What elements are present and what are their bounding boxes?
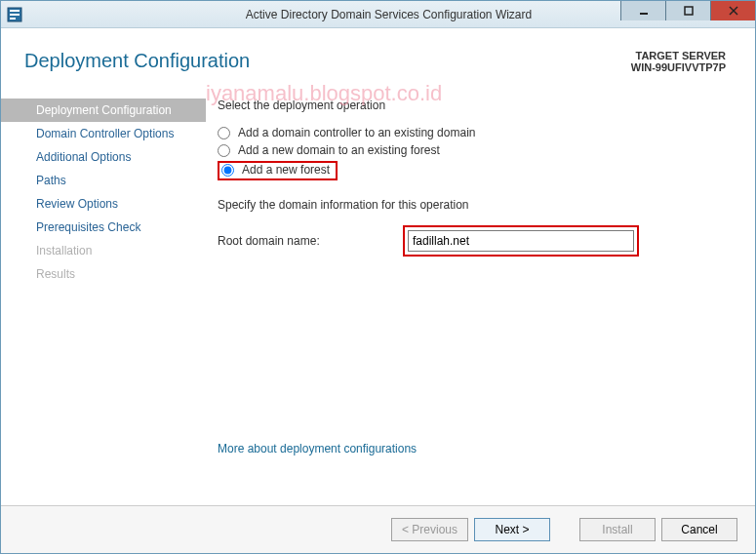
highlight-root-domain-input [403,225,639,257]
highlight-add-new-forest: Add a new forest [218,161,338,180]
header-row: Deployment Configuration TARGET SERVER W… [1,28,755,81]
target-server-info: TARGET SERVER WIN-99UFIVVTP7P [631,50,726,73]
domain-info-label: Specify the domain information for this … [218,198,726,212]
maximize-button[interactable] [665,1,710,20]
titlebar: Active Directory Domain Services Configu… [1,1,755,28]
cancel-button[interactable]: Cancel [661,518,737,541]
radio-label-existing-domain: Add a domain controller to an existing d… [238,126,475,139]
sidebar-item-additional-options[interactable]: Additional Options [1,145,206,169]
body-row: Deployment Configuration Domain Controll… [1,81,755,505]
next-button[interactable]: Next > [474,518,550,541]
target-server-label: TARGET SERVER [631,50,726,61]
more-about-link[interactable]: More about deployment configurations [218,442,417,455]
sidebar-item-paths[interactable]: Paths [1,169,206,192]
svg-rect-5 [685,7,693,15]
radio-label-existing-forest: Add a new domain to an existing forest [238,143,440,157]
wizard-window: Active Directory Domain Services Configu… [0,0,756,554]
main-panel: Select the deployment operation Add a do… [206,81,755,505]
radio-add-new-forest[interactable]: Add a new forest [221,163,330,177]
page-title: Deployment Configuration [24,50,250,73]
svg-rect-1 [10,10,20,12]
app-icon [7,7,22,22]
sidebar-item-deployment-configuration[interactable]: Deployment Configuration [1,99,206,122]
deployment-operation-label: Select the deployment operation [218,99,726,112]
radio-add-dc-existing-domain[interactable]: Add a domain controller to an existing d… [218,126,726,139]
minimize-button[interactable] [620,1,665,20]
root-domain-label: Root domain name: [218,234,403,248]
footer-buttons: < Previous Next > Install Cancel [1,505,755,553]
sidebar-item-domain-controller-options[interactable]: Domain Controller Options [1,122,206,145]
radio-input-existing-domain[interactable] [218,127,230,139]
root-domain-row: Root domain name: [218,225,726,257]
root-domain-input[interactable] [408,230,634,252]
previous-button: < Previous [391,518,468,541]
radio-input-new-forest[interactable] [221,164,234,177]
sidebar-item-results: Results [1,262,206,286]
close-button[interactable] [710,1,755,20]
sidebar-item-review-options[interactable]: Review Options [1,192,206,216]
button-gap [556,518,574,541]
target-server-name: WIN-99UFIVVTP7P [631,61,726,73]
content-area: Deployment Configuration TARGET SERVER W… [1,28,755,553]
svg-rect-3 [10,18,16,20]
svg-rect-2 [10,14,20,16]
radio-input-existing-forest[interactable] [218,144,230,157]
install-button: Install [579,518,656,541]
window-controls [620,1,755,20]
sidebar-item-prerequisites-check[interactable]: Prerequisites Check [1,216,206,239]
radio-label-new-forest: Add a new forest [242,163,330,177]
domain-info-section: Specify the domain information for this … [218,198,726,257]
sidebar-item-installation: Installation [1,239,206,262]
sidebar: Deployment Configuration Domain Controll… [1,81,206,505]
radio-add-domain-existing-forest[interactable]: Add a new domain to an existing forest [218,143,726,157]
